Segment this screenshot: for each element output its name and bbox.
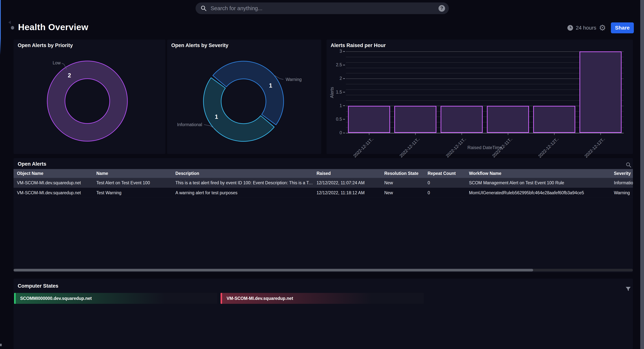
table-cell: Informational	[610, 180, 633, 186]
slice-value-label: 1	[215, 114, 218, 120]
bar[interactable]	[394, 106, 436, 133]
scrollbar-thumb[interactable]	[14, 269, 533, 272]
y-axis-tick-label: 3	[328, 49, 342, 54]
bar[interactable]	[348, 106, 390, 133]
y-axis-tick-label: 2	[328, 76, 342, 81]
table-cell: 0	[424, 190, 466, 196]
x-axis-tick	[369, 133, 370, 135]
column-header[interactable]: Description	[172, 171, 313, 176]
slice-value-label: 2	[68, 72, 71, 79]
slice-callout-label: Informational	[177, 122, 202, 127]
page-scrollbar[interactable]	[640, 0, 644, 349]
panel-open-alerts: Open Alerts Object NameNameDescriptionRa…	[14, 158, 633, 272]
table-header-row: Object NameNameDescriptionRaisedResoluti…	[14, 169, 633, 178]
panel-title: Open Alerts by Priority	[18, 42, 73, 48]
panel-alerts-raised-per-hour: Alerts Raised per Hour Alerts Raised Dat…	[326, 40, 633, 154]
search-icon	[200, 5, 207, 12]
panel-title: Alerts Raised per Hour	[331, 42, 386, 48]
slice-callout-label: Low	[53, 60, 61, 65]
severity-donut-chart: 11WarningInformational	[167, 40, 321, 154]
column-header[interactable]: Workflow Name	[466, 171, 610, 176]
bar[interactable]	[580, 52, 622, 133]
y-axis-tick	[343, 119, 345, 120]
y-axis-tick	[343, 78, 345, 79]
table-row[interactable]: VM-SCOM-MI.dev.squaredup.netTest Warning…	[14, 188, 633, 198]
table-row[interactable]: VM-SCOM-MI.dev.squaredup.netTest Alert o…	[14, 178, 633, 188]
computer-state-tile[interactable]: SCOMMI000000.dev.squaredup.net	[14, 293, 217, 304]
table-cell: 12/12/2022, 11:18:12 AM	[313, 190, 381, 196]
y-axis-tick-label: 0.5	[328, 117, 342, 122]
y-axis-tick	[343, 92, 345, 92]
priority-donut-chart: 2Low	[14, 40, 166, 154]
bar[interactable]	[440, 106, 483, 133]
computer-state-tile[interactable]: VM-SCOM-MI.dev.squaredup.net	[220, 293, 424, 304]
column-header[interactable]: Severity	[610, 171, 633, 176]
y-axis-tick	[343, 133, 345, 133]
table-cell: New	[381, 180, 424, 186]
table-cell: New	[381, 190, 424, 196]
panel-computer-states: Computer States SCOMMI000000.dev.squared…	[14, 278, 633, 349]
table-cell: Test Alert on Test Event 100	[93, 180, 172, 186]
table-cell: This is a test alert fired by event ID 1…	[172, 180, 313, 186]
chevron-left-icon[interactable]	[8, 21, 11, 24]
timeframe-label[interactable]: 24 hours	[576, 25, 596, 31]
y-axis-tick	[343, 106, 345, 106]
filter-icon[interactable]	[626, 287, 631, 291]
page-title: Health Overview	[18, 21, 88, 33]
table-cell: VM-SCOM-MI.dev.squaredup.net	[14, 190, 93, 196]
table-cell: VM-SCOM-MI.dev.squaredup.net	[14, 180, 93, 186]
x-axis-title: Raised DateTime	[346, 145, 624, 150]
x-axis-tick	[600, 133, 601, 135]
x-axis-tick	[508, 133, 508, 135]
y-axis-tick	[343, 65, 345, 65]
y-axis-tick-label: 2.5	[328, 62, 342, 68]
search-input[interactable]	[210, 5, 438, 12]
gear-icon[interactable]: ⚙	[599, 24, 606, 32]
panel-open-alerts-by-priority: Open Alerts by Priority 2Low	[14, 40, 166, 154]
column-header[interactable]: Resolution State	[381, 171, 424, 176]
y-axis-tick	[343, 51, 345, 52]
table-cell: A warning alert for test purposes	[172, 190, 313, 196]
bar[interactable]	[487, 106, 529, 133]
donut-slice-low[interactable]	[56, 70, 118, 132]
bar[interactable]	[533, 106, 575, 133]
x-axis-tick	[462, 133, 462, 135]
column-header[interactable]: Object Name	[14, 171, 93, 176]
share-button[interactable]: Share	[611, 22, 634, 33]
panel-title: Open Alerts	[18, 161, 46, 167]
slice-value-label: 1	[269, 82, 272, 89]
open-alerts-table: Object NameNameDescriptionRaisedResoluti…	[14, 169, 633, 198]
clock-icon	[567, 25, 574, 31]
table-cell: Test Warning	[93, 190, 172, 196]
dashboard-page: ? Health Overview 24 hours ⚙ Share Open …	[0, 0, 644, 349]
health-status-dot	[11, 26, 14, 30]
header-actions: 24 hours ⚙ Share	[567, 22, 634, 33]
global-search[interactable]: ?	[196, 2, 449, 14]
panel-open-alerts-by-severity: Open Alerts by Severity 11WarningInforma…	[167, 40, 321, 154]
column-header[interactable]: Raised	[313, 171, 381, 176]
computer-states-row: SCOMMI000000.dev.squaredup.netVM-SCOM-MI…	[14, 293, 424, 304]
table-horizontal-scrollbar[interactable]	[14, 269, 633, 272]
x-axis-tick	[554, 133, 554, 135]
help-icon[interactable]: ?	[438, 5, 445, 12]
scrollbar-fragment	[0, 344, 2, 346]
x-axis-tick	[415, 133, 416, 135]
table-cell: Warning	[610, 190, 633, 196]
computer-name: VM-SCOM-MI.dev.squaredup.net	[222, 296, 293, 301]
table-cell: 12/12/2022, 11:07:24 AM	[313, 180, 381, 186]
column-header[interactable]: Repeat Count	[424, 171, 466, 176]
y-axis-tick-label: 1.5	[328, 90, 342, 95]
left-edge-accent	[0, 0, 1, 55]
table-cell: SCOM Management Alert on Test Event 100 …	[466, 180, 610, 186]
y-axis-tick-label: 1	[328, 103, 342, 108]
bar-chart-plot-area	[346, 52, 624, 133]
table-search-icon[interactable]	[626, 162, 632, 168]
table-cell: MomUIGeneratedRuleb562995bfc464e28aafef6…	[466, 190, 610, 196]
panel-title: Open Alerts by Severity	[171, 42, 228, 48]
column-header[interactable]: Name	[93, 171, 172, 176]
table-cell: 0	[424, 180, 466, 186]
slice-callout-label: Warning	[286, 77, 302, 82]
y-axis-tick-label: 0	[328, 130, 342, 135]
panel-title: Computer States	[18, 283, 58, 289]
table-body: VM-SCOM-MI.dev.squaredup.netTest Alert o…	[14, 178, 633, 198]
